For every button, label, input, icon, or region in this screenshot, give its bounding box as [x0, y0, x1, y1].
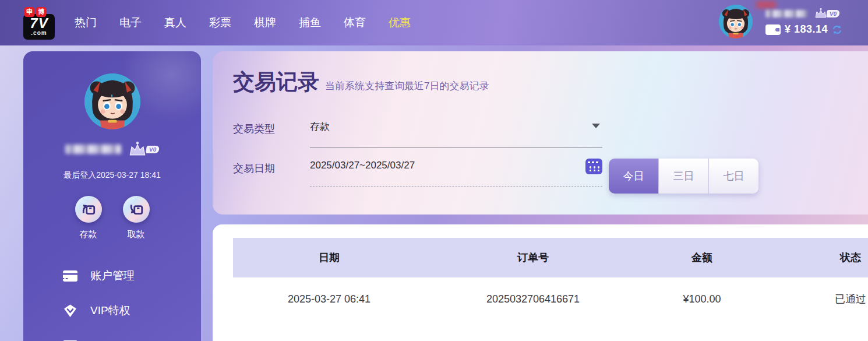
transaction-type-select[interactable]: 存款	[310, 120, 602, 148]
sidebar-item-vip-privileges[interactable]: VIP特权	[63, 303, 201, 318]
transaction-table: 日期 订单号 金额 状态 2025-03-27 06:41 2025032706…	[233, 238, 868, 321]
logo-text: 7V	[23, 16, 55, 30]
table-row: 2025-03-27 06:41 2025032706416671 ¥100.0…	[233, 277, 868, 321]
avatar-illustration	[719, 5, 753, 38]
panel-title-row: 交易记录 当前系统支持查询最近7日的交易记录	[233, 51, 868, 97]
date-range-value: 2025/03/27~2025/03/27	[310, 160, 415, 171]
sidebar-blurred-username	[65, 145, 121, 154]
chevron-down-icon	[592, 124, 600, 128]
nav-item-lottery[interactable]: 彩票	[209, 15, 231, 30]
sidebar-item-label: 账户管理	[90, 268, 135, 283]
table-header-row: 日期 订单号 金额 状态	[233, 238, 868, 277]
page-subtitle: 当前系统支持查询最近7日的交易记录	[325, 79, 489, 93]
calendar-icon[interactable]	[585, 159, 602, 174]
transaction-table-card: 日期 订单号 金额 状态 2025-03-27 06:41 2025032706…	[213, 224, 868, 341]
logo-box: 7V .com	[23, 14, 55, 40]
nav-item-slots[interactable]: 电子	[119, 15, 142, 30]
logo-suffix: .com	[23, 30, 55, 36]
nav-item-promos[interactable]: 优惠	[389, 15, 411, 30]
header-order-no: 订单号	[425, 251, 641, 265]
sidebar: V0 最后登入2025-03-27 18:41 存款	[23, 51, 201, 341]
withdraw-button[interactable]: 取款	[123, 196, 150, 240]
nav-balance-row: ¥ 183.14	[765, 23, 859, 36]
date-range-input[interactable]: 2025/03/27~2025/03/27	[310, 160, 602, 187]
logo-badges: 申 博	[24, 7, 46, 17]
transaction-type-label: 交易类型	[233, 120, 291, 148]
top-navbar: 申 博 7V .com 热门 电子 真人 彩票 棋牌 捕鱼 体育 优惠	[0, 0, 868, 45]
deposit-button[interactable]: 存款	[75, 196, 102, 240]
balance-amount: ¥ 183.14	[785, 23, 828, 36]
nav-item-live[interactable]: 真人	[164, 15, 186, 30]
logo-badge-1: 申	[24, 7, 34, 17]
withdraw-label: 取款	[123, 229, 150, 240]
sidebar-quick-actions: 存款 取款	[23, 196, 201, 240]
deposit-icon	[75, 196, 102, 223]
nav-user-area: V0 ¥ 183.14	[719, 5, 859, 38]
date-range-buttons: 今日 三日 七日	[609, 159, 758, 194]
nav-item-fishing[interactable]: 捕鱼	[299, 15, 321, 30]
transaction-filter-panel: 交易记录 当前系统支持查询最近7日的交易记录 交易类型 存款 交易日期 2025…	[213, 51, 868, 215]
user-avatar[interactable]	[719, 5, 753, 38]
sidebar-avatar[interactable]	[84, 73, 140, 129]
transaction-type-row: 交易类型 存款	[233, 120, 868, 148]
page-title: 交易记录	[233, 68, 319, 97]
sidebar-vip-crown-icon	[127, 141, 148, 157]
range-button-3days[interactable]: 三日	[658, 159, 708, 194]
nav-item-hot[interactable]: 热门	[75, 15, 97, 30]
last-login-text: 最后登入2025-03-27 18:41	[23, 170, 201, 181]
sidebar-item-label: VIP特权	[90, 303, 130, 318]
wallet-icon	[765, 24, 781, 35]
header-date: 日期	[233, 251, 425, 265]
cell-order-no: 2025032706416671	[425, 293, 641, 305]
bank-card-icon	[63, 270, 77, 282]
vip-level-badge: V0	[826, 10, 840, 17]
withdraw-icon	[123, 196, 150, 223]
deposit-label: 存款	[75, 229, 102, 240]
logo-badge-2: 博	[36, 7, 46, 17]
nav-item-cards[interactable]: 棋牌	[254, 15, 276, 30]
nav-item-sports[interactable]: 体育	[344, 15, 366, 30]
cell-date: 2025-03-27 06:41	[233, 293, 425, 305]
refresh-balance-icon[interactable]	[832, 24, 842, 35]
cell-status: 已通过	[763, 292, 868, 306]
sidebar-item-account-management[interactable]: 账户管理	[63, 268, 201, 283]
range-button-7days[interactable]: 七日	[708, 159, 758, 194]
nav-username-row[interactable]: V0	[765, 7, 859, 20]
blurred-username	[765, 10, 807, 17]
sidebar-vip-level-badge: V0	[146, 146, 160, 153]
blurred-red-badge	[756, 1, 776, 8]
sidebar-item-partial[interactable]	[63, 338, 201, 341]
sidebar-username-row: V0	[23, 141, 201, 157]
transaction-date-row: 交易日期 2025/03/27~2025/03/27	[233, 160, 868, 187]
vip-gem-icon	[63, 304, 77, 318]
sidebar-avatar-illustration	[84, 73, 140, 129]
nav-user-info: V0 ¥ 183.14	[765, 5, 859, 36]
page: 申 博 7V .com 热门 电子 真人 彩票 棋牌 捕鱼 体育 优惠	[0, 0, 868, 341]
header-status: 状态	[763, 251, 868, 265]
header-amount: 金额	[641, 251, 763, 265]
site-logo[interactable]: 申 博 7V .com	[23, 6, 56, 40]
range-button-today[interactable]: 今日	[609, 159, 658, 194]
sidebar-menu: 账户管理 VIP特权	[23, 268, 201, 341]
transaction-date-label: 交易日期	[233, 160, 291, 187]
transaction-type-value: 存款	[310, 120, 330, 133]
main-nav: 热门 电子 真人 彩票 棋牌 捕鱼 体育 优惠	[75, 15, 411, 30]
cell-amount: ¥100.00	[641, 293, 763, 305]
